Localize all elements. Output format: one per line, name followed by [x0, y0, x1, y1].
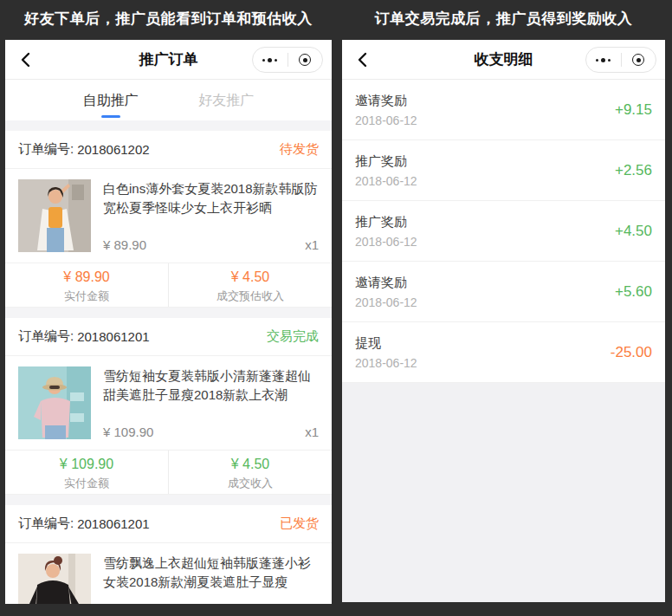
entry-amount: +5.60 [615, 283, 652, 301]
order-header: 订单编号: 2018061201 已发货 [5, 505, 332, 543]
paid-amount-label: 实付金额 [5, 289, 168, 304]
income-detail-screen: 收支明细 邀请奖励 2018-06-12 +9.15 推广奖励 2018-06-… [342, 40, 665, 602]
dots-glyph [262, 58, 277, 62]
more-dots-icon[interactable] [253, 48, 288, 72]
estimated-income-col: ¥ 4.50 成交预估收入 [169, 263, 332, 307]
product-image-white-cardigan [18, 179, 91, 252]
ledger-entry: 提现 2018-06-12 -25.00 [342, 322, 665, 383]
product-card[interactable]: 雪纺短袖女夏装韩版小清新蓬蓬超仙甜美遮肚子显瘦2018新款上衣潮 ¥ 109.9… [5, 356, 332, 451]
navbar-right: 收支明细 [342, 40, 665, 80]
estimated-income-label: 成交预估收入 [169, 289, 332, 304]
product-info: 雪纺飘逸上衣超仙短袖韩版蓬蓬小衫女装2018新款潮夏装遮肚子显瘦 [103, 554, 319, 604]
ledger-entry: 推广奖励 2018-06-12 +4.50 [342, 201, 665, 262]
product-image-black-top [18, 554, 91, 604]
product-title: 雪纺短袖女夏装韩版小清新蓬蓬超仙甜美遮肚子显瘦2018新款上衣潮 [103, 366, 319, 405]
wechat-capsule [585, 47, 656, 73]
order-summary: ¥ 89.90 实付金额 ¥ 4.50 成交预估收入 [5, 263, 332, 308]
entry-title: 推广奖励 [355, 214, 417, 230]
entry-date: 2018-06-12 [355, 356, 417, 370]
order-no-value: 2018061201 [77, 329, 149, 344]
entry-title: 提现 [355, 335, 417, 352]
exit-target-icon[interactable] [622, 48, 656, 72]
dots-glyph [596, 58, 611, 62]
deal-income-label: 成交收入 [169, 476, 332, 491]
ledger-entry: 推广奖励 2018-06-12 +2.56 [342, 140, 665, 201]
promo-caption-left: 好友下单后，推广员能看到订单和预估收入 [5, 0, 332, 40]
product-title: 雪纺飘逸上衣超仙短袖韩版蓬蓬小衫女装2018新款潮夏装遮肚子显瘦 [103, 554, 319, 592]
target-glyph [632, 54, 644, 66]
paid-amount-col: ¥ 109.90 实付金额 [5, 451, 169, 494]
tab-friend-promotion[interactable]: 好友推广 [169, 80, 285, 120]
paid-amount-value: ¥ 89.90 [5, 269, 168, 285]
entry-date: 2018-06-12 [355, 174, 417, 188]
wechat-capsule [252, 47, 323, 73]
entry-amount: +2.56 [615, 162, 652, 179]
product-qty: x1 [305, 237, 319, 252]
status-badge: 待发货 [280, 141, 319, 158]
entry-date: 2018-06-12 [355, 113, 417, 127]
entry-date: 2018-06-12 [355, 295, 417, 309]
order-header: 订单编号: 2018061201 交易完成 [5, 318, 332, 356]
navbar-left: 推广订单 [5, 40, 332, 80]
product-info: 雪纺短袖女夏装韩版小清新蓬蓬超仙甜美遮肚子显瘦2018新款上衣潮 ¥ 109.9… [103, 366, 319, 439]
deal-income-value: ¥ 4.50 [169, 457, 332, 472]
order-header: 订单编号: 2018061202 待发货 [5, 131, 332, 169]
tab-self-promotion[interactable]: 自助推广 [53, 80, 169, 120]
product-card[interactable]: 雪纺飘逸上衣超仙短袖韩版蓬蓬小衫女装2018新款潮夏装遮肚子显瘦 [5, 543, 332, 604]
product-info: 白色ins薄外套女夏装2018新款韩版防宽松夏季怪味少女上衣开衫晒 ¥ 89.9… [103, 179, 319, 252]
empty-area [342, 383, 665, 602]
status-badge: 交易完成 [267, 328, 319, 345]
paid-amount-label: 实付金额 [5, 476, 168, 491]
paid-amount-value: ¥ 109.90 [5, 457, 168, 472]
entry-amount: -25.00 [611, 344, 652, 361]
deal-income-col: ¥ 4.50 成交收入 [169, 451, 332, 494]
estimated-income-value: ¥ 4.50 [169, 269, 332, 285]
order-no-value: 2018061202 [77, 142, 149, 157]
product-price: ¥ 89.90 [103, 237, 146, 252]
target-glyph [299, 54, 311, 66]
product-card[interactable]: 白色ins薄外套女夏装2018新款韩版防宽松夏季怪味少女上衣开衫晒 ¥ 89.9… [5, 169, 332, 263]
more-dots-icon[interactable] [586, 48, 621, 72]
order-no-value: 2018061201 [77, 516, 149, 531]
entry-title: 邀请奖励 [355, 275, 417, 291]
section-gap [5, 495, 332, 505]
product-qty: x1 [305, 425, 319, 439]
section-gap [5, 308, 332, 318]
ledger-entry: 邀请奖励 2018-06-12 +9.15 [342, 80, 665, 140]
promotion-tabs: 自助推广 好友推广 [5, 80, 332, 120]
order-no-label: 订单编号: [18, 141, 74, 158]
product-price: ¥ 109.90 [103, 425, 153, 439]
order-no-label: 订单编号: [18, 328, 74, 345]
section-gap [5, 120, 332, 131]
paid-amount-col: ¥ 89.90 实付金额 [5, 263, 169, 307]
ledger-entry: 邀请奖励 2018-06-12 +5.60 [342, 262, 665, 322]
entry-date: 2018-06-12 [355, 235, 417, 249]
entry-title: 邀请奖励 [355, 93, 417, 109]
promotion-orders-screen: 推广订单 自助推广 好友推广 订单编号: 2018061202 待发货 [5, 40, 332, 604]
entry-amount: +9.15 [615, 101, 652, 119]
entry-amount: +4.50 [615, 223, 652, 240]
product-title: 白色ins薄外套女夏装2018新款韩版防宽松夏季怪味少女上衣开衫晒 [103, 179, 319, 217]
product-image-pink-top [18, 366, 91, 439]
order-no-label: 订单编号: [18, 515, 74, 532]
exit-target-icon[interactable] [288, 48, 323, 72]
order-summary: ¥ 109.90 实付金额 ¥ 4.50 成交收入 [5, 451, 332, 495]
entry-title: 推广奖励 [355, 153, 417, 170]
status-badge: 已发货 [280, 515, 319, 532]
promo-caption-right: 订单交易完成后，推广员得到奖励收入 [342, 0, 665, 40]
